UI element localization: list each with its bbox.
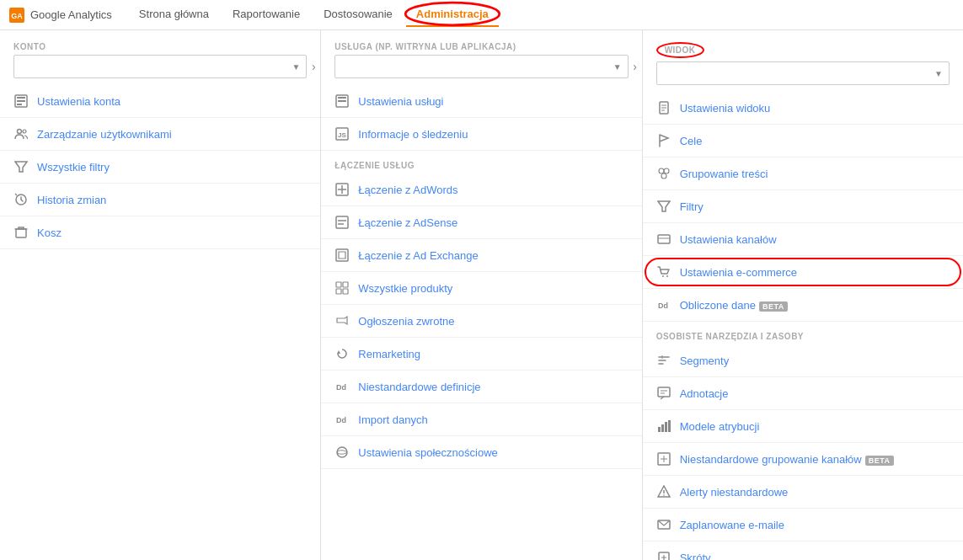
widok-select[interactable] xyxy=(656,61,950,85)
remarketing-label: Remarketing xyxy=(358,348,420,360)
nav-item-raportowanie[interactable]: Raportowanie xyxy=(222,3,310,27)
settings-square-icon xyxy=(334,93,350,109)
dd-obliczone-icon: Dd xyxy=(656,297,671,312)
ogloszenia-label: Ogłoszenia zwrotne xyxy=(358,315,454,328)
svg-text:JS: JS xyxy=(338,131,346,139)
obliczone-label: Obliczone daneBETA xyxy=(680,299,788,312)
menu-wszystkie-produkty[interactable]: Wszystkie produkty xyxy=(321,272,641,305)
adexchange-icon xyxy=(334,248,350,263)
alerts-icon xyxy=(656,484,671,499)
alerty-label: Alerty niestandardowe xyxy=(680,486,789,499)
menu-zarzadzanie-uzytkownikami[interactable]: Zarządzanie użytkownikami xyxy=(0,118,320,151)
menu-segmenty[interactable]: Segmenty xyxy=(643,344,963,377)
settings-icon xyxy=(13,93,29,109)
import-icon: Dd xyxy=(334,412,350,427)
doc-icon xyxy=(656,100,671,115)
menu-cele[interactable]: Cele xyxy=(643,125,963,157)
niestandardowe-grupowanie-label: Niestandardowe grupowanie kanałówBETA xyxy=(680,453,894,466)
menu-ustawienia-widoku[interactable]: Ustawienia widoku xyxy=(643,92,963,125)
usluga-next-icon[interactable]: › xyxy=(629,60,642,73)
menu-alerty[interactable]: Alerty niestandardowe xyxy=(643,476,963,509)
menu-import[interactable]: Dd Import danych xyxy=(321,403,641,436)
svg-rect-6 xyxy=(17,104,22,105)
menu-obliczone[interactable]: Dd Obliczone daneBETA xyxy=(643,289,963,322)
konto-select[interactable] xyxy=(13,55,307,78)
svg-point-34 xyxy=(662,275,664,277)
osobiste-section-label: OSOBISTE NARZĘDZIA I ZASOBY xyxy=(643,322,963,344)
menu-adwords[interactable]: Łączenie z AdWords xyxy=(321,173,641,206)
menu-adsense[interactable]: Łączenie z AdSense xyxy=(321,206,641,239)
adnotacje-label: Adnotacje xyxy=(680,387,729,400)
menu-kanaly[interactable]: Ustawienia kanałów xyxy=(643,223,963,256)
menu-modele[interactable]: Modele atrybucji xyxy=(643,410,963,443)
menu-adexchange[interactable]: Łączenie z Ad Exchange xyxy=(321,239,641,272)
svg-point-35 xyxy=(666,275,668,277)
adwords-icon xyxy=(334,182,350,197)
spolecznosciowe-label: Ustawienia społecznościowe xyxy=(358,446,497,459)
cele-label: Cele xyxy=(680,135,703,147)
svg-rect-23 xyxy=(343,289,348,294)
js-icon: JS xyxy=(334,126,350,141)
menu-niestandardowe-grupowanie[interactable]: Niestandardowe grupowanie kanałówBETA xyxy=(643,443,963,476)
nav-bar: Strona główna Raportowanie Dostosowanie … xyxy=(129,3,955,27)
menu-skroty[interactable]: Skróty xyxy=(643,541,963,560)
menu-kosz[interactable]: Kosz xyxy=(0,216,320,249)
svg-rect-11 xyxy=(16,229,26,237)
kanaly-label: Ustawienia kanałów xyxy=(680,233,777,246)
svg-rect-20 xyxy=(336,282,341,287)
menu-ustawienia-konta[interactable]: Ustawienia konta xyxy=(0,85,320,118)
svg-marker-24 xyxy=(337,350,340,354)
svg-marker-9 xyxy=(15,162,27,172)
svg-point-31 xyxy=(661,173,666,179)
nav-item-strona[interactable]: Strona główna xyxy=(129,3,219,27)
svg-rect-21 xyxy=(343,282,348,287)
menu-ustawienia-uslugi[interactable]: Ustawienia usługi xyxy=(321,85,641,118)
channels-icon xyxy=(656,232,671,247)
menu-grupowanie[interactable]: Grupowanie treści xyxy=(643,157,963,190)
history-icon xyxy=(13,192,29,207)
nav-item-dostosowanie[interactable]: Dostosowanie xyxy=(313,3,403,27)
menu-adnotacje[interactable]: Adnotacje xyxy=(643,377,963,410)
produkty-label: Wszystkie produkty xyxy=(358,282,452,295)
grupowanie-label: Grupowanie treści xyxy=(680,168,768,180)
widok-header: WIDOK ▼ xyxy=(643,39,963,92)
menu-filtry-widok[interactable]: Filtry xyxy=(643,190,963,223)
email-icon xyxy=(656,517,671,532)
widok-column: WIDOK ▼ Ustawienia widoku Cele xyxy=(643,30,963,560)
svg-rect-42 xyxy=(668,420,671,432)
kosz-label: Kosz xyxy=(37,227,62,239)
zarzadzanie-label: Zarządzanie użytkownikami xyxy=(37,128,172,141)
people-icon xyxy=(13,126,29,141)
svg-rect-19 xyxy=(336,249,348,261)
menu-info-sledzenie[interactable]: JS Informacje o śledzeniu xyxy=(321,118,641,151)
filtry-label: Wszystkie filtry xyxy=(37,161,110,173)
menu-wszystkie-filtry[interactable]: Wszystkie filtry xyxy=(0,151,320,184)
svg-rect-38 xyxy=(658,387,670,397)
svg-text:Dd: Dd xyxy=(658,301,668,310)
menu-spolecznosciowe[interactable]: Ustawienia społecznościowe xyxy=(321,436,641,469)
svg-rect-40 xyxy=(661,424,664,432)
usluga-select-wrapper: ▼ › xyxy=(334,55,628,78)
svg-marker-32 xyxy=(658,201,670,211)
svg-text:Dd: Dd xyxy=(336,383,346,392)
konto-next-icon[interactable]: › xyxy=(307,60,320,73)
menu-ogloszenia[interactable]: Ogłoszenia zwrotne xyxy=(321,305,641,338)
segmenty-label: Segmenty xyxy=(680,355,730,367)
nav-item-administracja[interactable]: Administracja xyxy=(406,3,499,27)
historia-label: Historia zmian xyxy=(37,194,106,206)
menu-remarketing[interactable]: Remarketing xyxy=(321,338,641,371)
konto-header: KONTO ▼ › xyxy=(0,39,320,85)
menu-emaile[interactable]: Zaplanowane e-maile xyxy=(643,509,963,541)
menu-historia-zmian[interactable]: Historia zmian xyxy=(0,184,320,216)
laczenie-section-label: ŁĄCZENIE USŁUG xyxy=(321,151,641,173)
svg-point-8 xyxy=(23,130,26,133)
ustawienia-uslugi-label: Ustawienia usługi xyxy=(358,95,443,108)
usluga-select[interactable] xyxy=(334,55,628,78)
menu-ecommerce[interactable]: Ustawienia e-commerce xyxy=(643,256,963,289)
widok-select-wrapper: ▼ xyxy=(656,61,950,85)
ecommerce-label: Ustawienia e-commerce xyxy=(680,266,797,279)
ga-logo-icon: GA xyxy=(8,7,25,24)
logo-area: GA Google Analytics xyxy=(8,7,112,24)
dd-def-icon: Dd xyxy=(334,379,350,394)
menu-niestandardowe-def[interactable]: Dd Niestandardowe definicje xyxy=(321,371,641,403)
